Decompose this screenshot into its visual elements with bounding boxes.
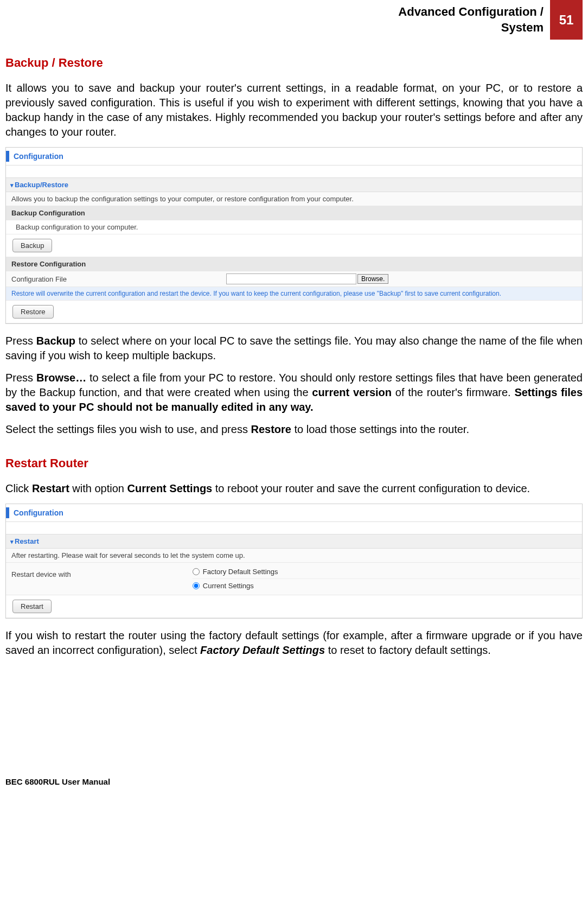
restart-router-heading: Restart Router	[5, 456, 583, 470]
restart-device-with-label: Restart device with	[6, 563, 190, 586]
header-title-line1: Advanced Configuration /	[398, 5, 544, 18]
current-settings-bold: Current Settings	[127, 482, 213, 494]
restart-description: After restarting. Please wait for severa…	[6, 549, 582, 563]
restart-outro-para: If you wish to restart the router using …	[5, 628, 583, 658]
text: to select where on your local PC to save…	[5, 335, 583, 361]
restore-button-row: Restore	[6, 301, 582, 323]
text: to reboot your router and save the curre…	[212, 482, 530, 494]
text: Press	[5, 335, 36, 347]
restart-subhead-label: Restart	[15, 537, 39, 545]
accent-stripe	[6, 151, 9, 162]
text: of the router's firmware.	[392, 386, 514, 398]
current-version-bold: current version	[312, 386, 392, 398]
restore-bold: Restore	[251, 423, 291, 435]
text: to load those settings into the router.	[291, 423, 469, 435]
text: to reset to factory default settings.	[325, 644, 491, 656]
configuration-label: Configuration	[14, 508, 63, 517]
backup-restore-subhead[interactable]: ▾Backup/Restore	[6, 177, 582, 192]
backup-button-row: Backup	[6, 234, 582, 257]
panel-spacer	[6, 522, 582, 534]
restart-bold: Restart	[32, 482, 69, 494]
configuration-bar: Configuration	[6, 148, 582, 166]
current-settings-radio[interactable]	[193, 582, 200, 589]
current-settings-label: Current Settings	[203, 582, 254, 590]
page-number: 51	[550, 0, 583, 40]
restart-button[interactable]: Restart	[12, 600, 52, 613]
restore-config-header: Restore Configuration	[6, 257, 582, 271]
browse-button[interactable]: Browse.	[357, 274, 388, 284]
backup-restore-intro: It allows you to save and backup your ro…	[5, 81, 583, 139]
backup-button[interactable]: Backup	[12, 239, 52, 252]
text: Select the settings files you wish to us…	[5, 423, 251, 435]
configuration-bar: Configuration	[6, 504, 582, 522]
restart-options: Factory Default Settings Current Setting…	[190, 563, 582, 595]
backup-restore-heading: Backup / Restore	[5, 56, 583, 70]
restart-options-row: Restart device with Factory Default Sett…	[6, 563, 582, 595]
text: with option	[69, 482, 127, 494]
restart-panel: Configuration ▾Restart After restarting.…	[5, 504, 583, 619]
factory-default-radio[interactable]	[193, 568, 200, 575]
header-title-line2: System	[501, 21, 544, 34]
header-title: Advanced Configuration / System	[398, 0, 550, 40]
caret-down-icon: ▾	[10, 538, 14, 545]
footer-text: BEC 6800RUL User Manual	[5, 777, 583, 797]
backup-config-header: Backup Configuration	[6, 206, 582, 220]
factory-default-settings-bold: Factory Default Settings	[200, 644, 325, 656]
backup-instruction-para: Press Backup to select where on your loc…	[5, 334, 583, 363]
configuration-label: Configuration	[14, 152, 63, 161]
current-settings-option[interactable]: Current Settings	[193, 580, 580, 591]
backup-restore-panel: Configuration ▾Backup/Restore Allows you…	[5, 147, 583, 324]
configuration-file-input[interactable]	[226, 273, 356, 284]
restore-instruction-para: Select the settings files you wish to us…	[5, 422, 583, 437]
text: Press	[5, 372, 36, 384]
restart-subhead[interactable]: ▾Restart	[6, 534, 582, 549]
restart-button-row: Restart	[6, 595, 582, 618]
caret-down-icon: ▾	[10, 182, 14, 188]
backup-bold: Backup	[36, 335, 75, 347]
factory-default-option[interactable]: Factory Default Settings	[193, 566, 580, 579]
backup-restore-subhead-label: Backup/Restore	[15, 181, 68, 189]
restore-warning-note: Restore will overwrite the current confi…	[6, 287, 582, 301]
backup-restore-description: Allows you to backup the configuration s…	[6, 192, 582, 206]
restart-intro-para: Click Restart with option Current Settin…	[5, 481, 583, 496]
accent-stripe	[6, 507, 9, 518]
page-header: Advanced Configuration / System 51	[5, 0, 583, 40]
browse-bold: Browse…	[36, 372, 86, 384]
restore-button[interactable]: Restore	[12, 305, 54, 319]
factory-default-label: Factory Default Settings	[203, 568, 278, 576]
configuration-file-label: Configuration File	[11, 275, 226, 283]
configuration-file-row: Configuration File Browse.	[6, 271, 582, 287]
text: Click	[5, 482, 32, 494]
browse-instruction-para: Press Browse… to select a file from your…	[5, 371, 583, 415]
backup-config-desc: Backup configuration to your computer.	[6, 220, 582, 234]
panel-spacer	[6, 166, 582, 177]
